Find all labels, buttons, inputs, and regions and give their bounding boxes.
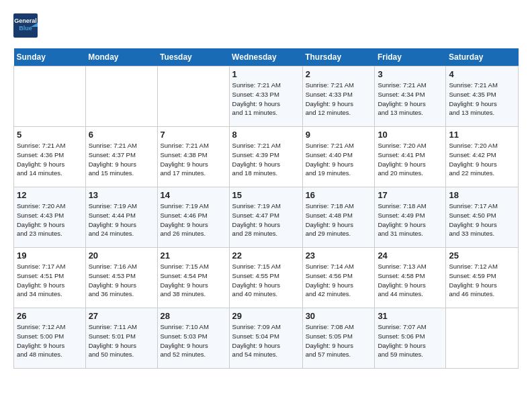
calendar-day: 18Sunrise: 7:17 AM Sunset: 4:50 PM Dayli… bbox=[446, 187, 519, 248]
calendar-day: 25Sunrise: 7:12 AM Sunset: 4:59 PM Dayli… bbox=[446, 248, 519, 308]
day-detail: Sunrise: 7:21 AM Sunset: 4:37 PM Dayligh… bbox=[89, 141, 154, 178]
calendar-day: 29Sunrise: 7:09 AM Sunset: 5:04 PM Dayli… bbox=[229, 308, 302, 369]
day-number: 8 bbox=[232, 130, 300, 140]
day-detail: Sunrise: 7:21 AM Sunset: 4:33 PM Dayligh… bbox=[306, 81, 372, 118]
calendar-day: 3Sunrise: 7:21 AM Sunset: 4:34 PM Daylig… bbox=[375, 66, 446, 127]
day-number: 17 bbox=[378, 190, 443, 200]
calendar-day: 23Sunrise: 7:14 AM Sunset: 4:56 PM Dayli… bbox=[302, 248, 375, 308]
calendar-day: 10Sunrise: 7:20 AM Sunset: 4:41 PM Dayli… bbox=[375, 127, 446, 187]
day-number: 15 bbox=[232, 190, 300, 200]
header-sunday: Sunday bbox=[14, 48, 86, 66]
calendar-day: 6Sunrise: 7:21 AM Sunset: 4:37 PM Daylig… bbox=[85, 127, 157, 187]
calendar-day: 31Sunrise: 7:07 AM Sunset: 5:06 PM Dayli… bbox=[375, 308, 446, 369]
calendar-day: 8Sunrise: 7:21 AM Sunset: 4:39 PM Daylig… bbox=[229, 127, 302, 187]
calendar-day: 24Sunrise: 7:13 AM Sunset: 4:58 PM Dayli… bbox=[375, 248, 446, 308]
day-detail: Sunrise: 7:09 AM Sunset: 5:04 PM Dayligh… bbox=[232, 322, 300, 359]
day-number: 20 bbox=[89, 250, 154, 261]
day-number: 25 bbox=[449, 250, 515, 261]
day-number: 9 bbox=[306, 130, 372, 140]
day-detail: Sunrise: 7:12 AM Sunset: 4:59 PM Dayligh… bbox=[449, 262, 515, 299]
day-number: 14 bbox=[161, 190, 226, 200]
page-header: General Blue bbox=[13, 13, 519, 38]
calendar-day: 22Sunrise: 7:15 AM Sunset: 4:55 PM Dayli… bbox=[229, 248, 302, 308]
day-number: 10 bbox=[378, 130, 443, 140]
day-number: 16 bbox=[306, 190, 372, 200]
calendar-day: 27Sunrise: 7:11 AM Sunset: 5:01 PM Dayli… bbox=[85, 308, 157, 369]
svg-text:General: General bbox=[14, 17, 37, 24]
day-number: 29 bbox=[232, 311, 300, 321]
day-number: 1 bbox=[232, 69, 300, 79]
day-number: 4 bbox=[449, 69, 515, 79]
day-number: 12 bbox=[17, 190, 83, 200]
calendar-day: 30Sunrise: 7:08 AM Sunset: 5:05 PM Dayli… bbox=[302, 308, 375, 369]
day-detail: Sunrise: 7:20 AM Sunset: 4:43 PM Dayligh… bbox=[17, 201, 83, 238]
day-number: 27 bbox=[89, 311, 154, 321]
day-number: 23 bbox=[306, 250, 372, 261]
calendar-table: SundayMondayTuesdayWednesdayThursdayFrid… bbox=[13, 48, 519, 369]
day-detail: Sunrise: 7:21 AM Sunset: 4:39 PM Dayligh… bbox=[232, 141, 300, 178]
calendar-day: 28Sunrise: 7:10 AM Sunset: 5:03 PM Dayli… bbox=[157, 308, 229, 369]
day-detail: Sunrise: 7:17 AM Sunset: 4:50 PM Dayligh… bbox=[449, 201, 515, 238]
day-detail: Sunrise: 7:10 AM Sunset: 5:03 PM Dayligh… bbox=[161, 322, 226, 359]
calendar-day bbox=[446, 308, 519, 369]
day-number: 6 bbox=[89, 130, 154, 140]
day-detail: Sunrise: 7:15 AM Sunset: 4:55 PM Dayligh… bbox=[232, 262, 300, 299]
calendar-day: 5Sunrise: 7:21 AM Sunset: 4:36 PM Daylig… bbox=[14, 127, 86, 187]
day-detail: Sunrise: 7:21 AM Sunset: 4:40 PM Dayligh… bbox=[306, 141, 372, 178]
day-number: 26 bbox=[17, 311, 83, 321]
header-wednesday: Wednesday bbox=[229, 48, 302, 66]
day-number: 7 bbox=[161, 130, 226, 140]
day-number: 11 bbox=[449, 130, 515, 140]
calendar-day: 15Sunrise: 7:19 AM Sunset: 4:47 PM Dayli… bbox=[229, 187, 302, 248]
calendar-day bbox=[14, 66, 86, 127]
day-detail: Sunrise: 7:16 AM Sunset: 4:53 PM Dayligh… bbox=[89, 262, 154, 299]
calendar-day: 13Sunrise: 7:19 AM Sunset: 4:44 PM Dayli… bbox=[85, 187, 157, 248]
day-detail: Sunrise: 7:12 AM Sunset: 5:00 PM Dayligh… bbox=[17, 322, 83, 359]
calendar-day: 14Sunrise: 7:19 AM Sunset: 4:46 PM Dayli… bbox=[157, 187, 229, 248]
day-number: 3 bbox=[378, 69, 443, 79]
logo-icon: General Blue bbox=[13, 13, 38, 38]
calendar-day bbox=[157, 66, 229, 127]
calendar-day: 26Sunrise: 7:12 AM Sunset: 5:00 PM Dayli… bbox=[14, 308, 86, 369]
day-number: 5 bbox=[17, 130, 83, 140]
day-detail: Sunrise: 7:20 AM Sunset: 4:41 PM Dayligh… bbox=[378, 141, 443, 178]
calendar-day: 21Sunrise: 7:15 AM Sunset: 4:54 PM Dayli… bbox=[157, 248, 229, 308]
day-detail: Sunrise: 7:14 AM Sunset: 4:56 PM Dayligh… bbox=[306, 262, 372, 299]
day-detail: Sunrise: 7:21 AM Sunset: 4:35 PM Dayligh… bbox=[449, 81, 515, 118]
header-thursday: Thursday bbox=[302, 48, 375, 66]
day-detail: Sunrise: 7:21 AM Sunset: 4:36 PM Dayligh… bbox=[17, 141, 83, 178]
day-detail: Sunrise: 7:13 AM Sunset: 4:58 PM Dayligh… bbox=[378, 262, 443, 299]
calendar-day: 11Sunrise: 7:20 AM Sunset: 4:42 PM Dayli… bbox=[446, 127, 519, 187]
day-detail: Sunrise: 7:07 AM Sunset: 5:06 PM Dayligh… bbox=[378, 322, 443, 359]
calendar-week-5: 26Sunrise: 7:12 AM Sunset: 5:00 PM Dayli… bbox=[14, 308, 519, 369]
day-detail: Sunrise: 7:17 AM Sunset: 4:51 PM Dayligh… bbox=[17, 262, 83, 299]
calendar-day bbox=[85, 66, 157, 127]
day-detail: Sunrise: 7:19 AM Sunset: 4:47 PM Dayligh… bbox=[232, 201, 300, 238]
day-detail: Sunrise: 7:20 AM Sunset: 4:42 PM Dayligh… bbox=[449, 141, 515, 178]
calendar-week-1: 1Sunrise: 7:21 AM Sunset: 4:33 PM Daylig… bbox=[14, 66, 519, 127]
calendar-day: 12Sunrise: 7:20 AM Sunset: 4:43 PM Dayli… bbox=[14, 187, 86, 248]
calendar-header: SundayMondayTuesdayWednesdayThursdayFrid… bbox=[14, 48, 519, 66]
calendar-day: 7Sunrise: 7:21 AM Sunset: 4:38 PM Daylig… bbox=[157, 127, 229, 187]
calendar-day: 19Sunrise: 7:17 AM Sunset: 4:51 PM Dayli… bbox=[14, 248, 86, 308]
day-detail: Sunrise: 7:18 AM Sunset: 4:49 PM Dayligh… bbox=[378, 201, 443, 238]
day-number: 31 bbox=[378, 311, 443, 321]
calendar-day: 9Sunrise: 7:21 AM Sunset: 4:40 PM Daylig… bbox=[302, 127, 375, 187]
svg-text:Blue: Blue bbox=[19, 25, 32, 32]
day-number: 21 bbox=[161, 250, 226, 261]
day-detail: Sunrise: 7:18 AM Sunset: 4:48 PM Dayligh… bbox=[306, 201, 372, 238]
header-friday: Friday bbox=[375, 48, 446, 66]
logo: General Blue bbox=[13, 13, 38, 38]
day-number: 24 bbox=[378, 250, 443, 261]
day-number: 30 bbox=[306, 311, 372, 321]
day-number: 19 bbox=[17, 250, 83, 261]
calendar-day: 2Sunrise: 7:21 AM Sunset: 4:33 PM Daylig… bbox=[302, 66, 375, 127]
calendar-week-2: 5Sunrise: 7:21 AM Sunset: 4:36 PM Daylig… bbox=[14, 127, 519, 187]
calendar-day: 4Sunrise: 7:21 AM Sunset: 4:35 PM Daylig… bbox=[446, 66, 519, 127]
day-detail: Sunrise: 7:19 AM Sunset: 4:44 PM Dayligh… bbox=[89, 201, 154, 238]
day-detail: Sunrise: 7:21 AM Sunset: 4:34 PM Dayligh… bbox=[378, 81, 443, 118]
day-detail: Sunrise: 7:11 AM Sunset: 5:01 PM Dayligh… bbox=[89, 322, 154, 359]
header-tuesday: Tuesday bbox=[157, 48, 229, 66]
day-number: 28 bbox=[161, 311, 226, 321]
day-number: 13 bbox=[89, 190, 154, 200]
